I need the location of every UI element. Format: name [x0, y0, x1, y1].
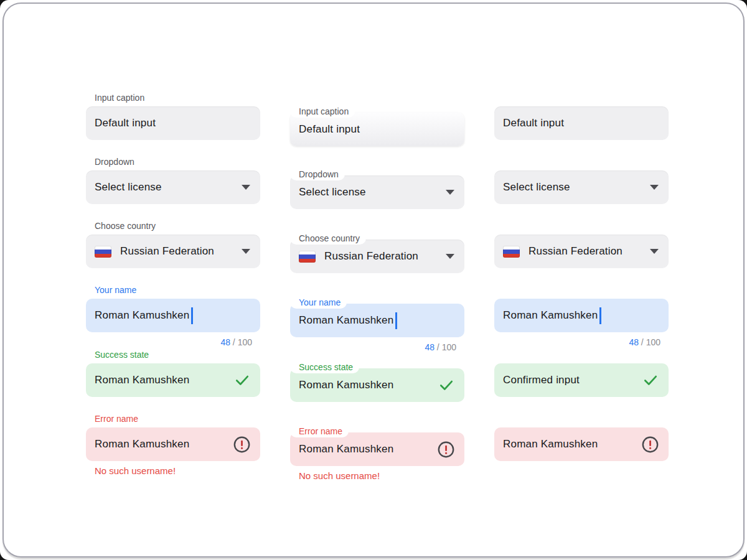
error-icon: [642, 436, 659, 453]
char-count-max: / 100: [435, 342, 456, 352]
name-input-group: Roman Kamushken 48 / 100: [494, 299, 669, 348]
default-input-value: Default input: [299, 123, 360, 136]
column-labels-overlap: Input caption Default input Dropdown Sel…: [290, 4, 464, 556]
chevron-down-icon: [446, 190, 454, 195]
success-input-group: Confirmed input: [494, 363, 669, 397]
default-input-value: Default input: [95, 117, 156, 129]
name-input-value: Roman Kamushken: [299, 314, 393, 327]
license-dropdown-value: Select license: [299, 186, 366, 198]
error-input[interactable]: Roman Kamushken: [86, 427, 260, 461]
char-counter: 48 / 100: [290, 342, 464, 353]
choose-country-label: Choose country: [290, 232, 366, 245]
country-value: Russian Federation: [324, 250, 418, 263]
error-input-value: Roman Kamushken: [503, 438, 598, 450]
column-no-labels: Default input Select license Russian Fed…: [494, 4, 669, 556]
caption-input-group: Input caption Default input: [290, 105, 464, 146]
chevron-down-icon: [650, 185, 659, 190]
success-input-value: Roman Kamushken: [299, 379, 393, 391]
success-input-value: Confirmed input: [503, 374, 580, 386]
country-dropdown[interactable]: Russian Federation: [290, 240, 464, 273]
error-icon: [438, 441, 454, 458]
error-message: No such username!: [290, 470, 464, 482]
default-input[interactable]: Default input: [290, 113, 464, 146]
error-input-value: Roman Kamushken: [95, 438, 189, 450]
input-caption-label: Input caption: [86, 92, 260, 103]
name-input[interactable]: Roman Kamushken: [290, 304, 464, 337]
error-input[interactable]: Roman Kamushken: [494, 427, 669, 461]
dropdown-group: Dropdown Select license: [290, 168, 464, 209]
default-input-value: Default input: [503, 117, 564, 129]
license-dropdown-value: Select license: [95, 181, 162, 194]
form-showcase-card: Input caption Default input Dropdown Sel…: [2, 2, 745, 558]
text-cursor: [599, 307, 601, 324]
char-count-max: / 100: [230, 337, 252, 347]
error-input[interactable]: Roman Kamushken: [290, 432, 464, 466]
error-name-label: Error name: [290, 425, 349, 437]
check-icon: [234, 372, 250, 388]
success-input[interactable]: Confirmed input: [494, 363, 669, 397]
char-counter: 48 / 100: [86, 337, 260, 348]
country-dropdown[interactable]: Russian Federation: [494, 235, 669, 268]
country-group: Choose country Russian Federation: [290, 232, 464, 273]
check-icon: [642, 372, 659, 388]
char-count-max: / 100: [639, 337, 660, 347]
error-input-value: Roman Kamushken: [299, 443, 393, 455]
chevron-down-icon: [650, 249, 659, 254]
dropdown-group: Dropdown Select license: [86, 156, 260, 204]
check-icon: [438, 377, 454, 393]
error-input-group: Error name Roman Kamushken No such usern…: [290, 425, 464, 482]
dropdown-label: Dropdown: [290, 168, 345, 180]
char-count-current: 48: [425, 342, 435, 352]
name-input-value: Roman Kamushken: [503, 309, 598, 322]
name-input-value: Roman Kamushken: [95, 309, 189, 322]
chevron-down-icon: [446, 254, 454, 259]
text-cursor: [395, 312, 397, 329]
success-state-label: Success state: [86, 349, 260, 360]
name-input-group: Your name Roman Kamushken 48 / 100: [290, 296, 464, 353]
char-count-current: 48: [629, 337, 639, 347]
dropdown-label: Dropdown: [86, 156, 260, 167]
chevron-down-icon: [242, 185, 250, 190]
text-cursor: [191, 307, 193, 324]
success-input-group: Success state Roman Kamushken: [290, 361, 464, 402]
russia-flag-icon: [503, 246, 520, 258]
error-name-label: Error name: [86, 413, 260, 424]
chevron-down-icon: [242, 249, 250, 254]
char-count-current: 48: [220, 337, 230, 347]
caption-input-group: Input caption Default input: [86, 92, 260, 140]
success-input-value: Roman Kamushken: [95, 374, 189, 386]
name-input[interactable]: Roman Kamushken: [86, 299, 260, 332]
choose-country-label: Choose country: [86, 220, 260, 231]
russia-flag-icon: [299, 251, 316, 263]
default-input[interactable]: Default input: [494, 106, 669, 140]
success-input[interactable]: Roman Kamushken: [290, 368, 464, 402]
name-input-group: Your name Roman Kamushken 48 / 100: [86, 284, 260, 348]
country-group: Russian Federation: [494, 235, 669, 268]
error-icon: [233, 436, 250, 453]
your-name-label: Your name: [86, 284, 260, 296]
input-caption-label: Input caption: [290, 105, 355, 118]
country-dropdown[interactable]: Russian Federation: [86, 235, 260, 268]
error-input-group: Error name Roman Kamushken No such usern…: [86, 413, 260, 477]
char-counter: 48 / 100: [494, 337, 669, 348]
license-dropdown[interactable]: Select license: [86, 170, 260, 204]
license-dropdown[interactable]: Select license: [494, 170, 669, 204]
column-labels-outside: Input caption Default input Dropdown Sel…: [86, 4, 260, 556]
default-input[interactable]: Default input: [86, 106, 260, 140]
error-message: No such username!: [86, 465, 260, 477]
success-state-label: Success state: [290, 361, 359, 373]
page-background: Input caption Default input Dropdown Sel…: [0, 0, 747, 560]
country-value: Russian Federation: [120, 245, 214, 258]
country-value: Russian Federation: [529, 245, 622, 258]
caption-input-group: Default input: [494, 106, 669, 140]
error-input-group: Roman Kamushken: [494, 427, 669, 461]
name-input[interactable]: Roman Kamushken: [494, 299, 669, 332]
your-name-label: Your name: [290, 296, 347, 309]
country-group: Choose country Russian Federation: [86, 220, 260, 268]
russia-flag-icon: [95, 246, 111, 258]
license-dropdown-value: Select license: [503, 181, 570, 194]
success-input[interactable]: Roman Kamushken: [86, 363, 260, 397]
dropdown-group: Select license: [494, 170, 669, 204]
success-input-group: Success state Roman Kamushken: [86, 349, 260, 397]
license-dropdown[interactable]: Select license: [290, 175, 464, 209]
